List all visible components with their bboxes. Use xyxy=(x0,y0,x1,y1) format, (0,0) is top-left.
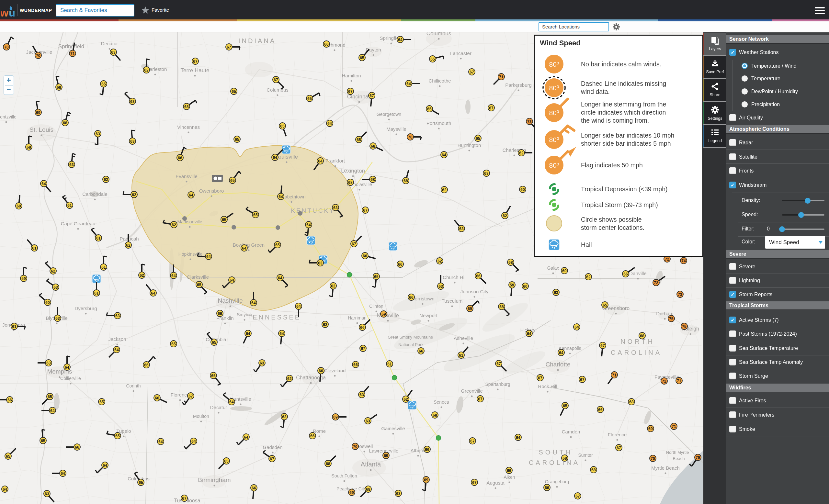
svg-text:66: 66 xyxy=(144,363,149,367)
svg-text:67: 67 xyxy=(182,496,186,501)
svg-text:80º: 80º xyxy=(549,61,559,68)
svg-text:KENTUCKY: KENTUCKY xyxy=(291,207,334,214)
svg-text:68: 68 xyxy=(371,144,375,149)
svg-text:Dyersburg: Dyersburg xyxy=(74,306,97,311)
svg-text:61: 61 xyxy=(12,324,16,329)
svg-text:Church Hill: Church Hill xyxy=(443,274,466,280)
svg-text:62: 62 xyxy=(586,275,591,279)
svg-text:Huntington: Huntington xyxy=(458,143,481,148)
svg-text:Spartanburg: Spartanburg xyxy=(485,382,510,387)
svg-text:64: 64 xyxy=(398,38,402,42)
svg-text:SOUTH: SOUTH xyxy=(539,449,573,456)
svg-text:67: 67 xyxy=(538,376,542,380)
svg-text:73: 73 xyxy=(527,119,532,124)
svg-text:70: 70 xyxy=(36,53,40,58)
svg-text:TENNESSEE: TENNESSEE xyxy=(247,314,301,321)
svg-text:Johnson City: Johnson City xyxy=(461,289,489,294)
svg-text:64: 64 xyxy=(171,274,176,278)
svg-text:70: 70 xyxy=(353,444,358,449)
svg-text:Cleveland: Cleveland xyxy=(324,368,346,373)
svg-text:64: 64 xyxy=(114,348,119,352)
svg-text:65: 65 xyxy=(41,439,45,443)
svg-text:67: 67 xyxy=(470,439,475,443)
svg-text:64: 64 xyxy=(103,463,107,468)
svg-text:68: 68 xyxy=(326,462,330,466)
svg-text:62: 62 xyxy=(140,273,144,278)
svg-text:North Myrtle: North Myrtle xyxy=(666,450,689,455)
svg-text:Decatur: Decatur xyxy=(101,41,118,46)
svg-text:68: 68 xyxy=(629,400,634,404)
svg-text:73: 73 xyxy=(678,292,682,297)
svg-text:68: 68 xyxy=(184,105,189,109)
svg-text:Columbus: Columbus xyxy=(266,87,289,92)
svg-text:63: 63 xyxy=(459,227,464,231)
svg-text:71: 71 xyxy=(677,379,681,383)
svg-text:64: 64 xyxy=(206,255,211,259)
svg-text:79: 79 xyxy=(695,456,700,460)
svg-text:64: 64 xyxy=(406,82,411,86)
svg-text:63: 63 xyxy=(111,50,116,55)
svg-text:62: 62 xyxy=(442,188,446,192)
svg-text:61: 61 xyxy=(96,236,101,240)
svg-text:66: 66 xyxy=(75,445,79,450)
svg-text:70: 70 xyxy=(651,456,655,461)
svg-text:Aiken: Aiken xyxy=(504,474,515,480)
svg-text:68: 68 xyxy=(563,456,567,461)
svg-text:Bowling Green: Bowling Green xyxy=(233,242,264,248)
svg-text:Parkersburg: Parkersburg xyxy=(505,82,532,88)
svg-text:66: 66 xyxy=(409,295,413,300)
svg-text:64: 64 xyxy=(251,301,256,305)
svg-text:69: 69 xyxy=(468,307,472,311)
svg-text:63: 63 xyxy=(96,132,100,136)
svg-text:65: 65 xyxy=(427,107,432,111)
svg-text:69: 69 xyxy=(350,491,354,495)
svg-text:75: 75 xyxy=(669,317,674,321)
svg-text:CAROLINA: CAROLINA xyxy=(529,459,580,466)
svg-text:68: 68 xyxy=(27,145,31,150)
svg-text:Portsmouth: Portsmouth xyxy=(427,120,452,126)
svg-text:68: 68 xyxy=(348,180,353,185)
svg-text:64: 64 xyxy=(318,159,323,163)
svg-text:65: 65 xyxy=(101,82,106,86)
svg-text:64: 64 xyxy=(191,439,196,444)
svg-text:65: 65 xyxy=(430,57,435,62)
svg-text:62: 62 xyxy=(287,377,292,381)
svg-text:Terre Haute: Terre Haute xyxy=(181,67,210,74)
svg-text:66: 66 xyxy=(324,42,329,47)
svg-text:66: 66 xyxy=(353,362,358,367)
svg-text:Georgetown: Georgetown xyxy=(376,112,401,117)
svg-text:66: 66 xyxy=(425,448,429,452)
svg-text:64: 64 xyxy=(242,246,246,250)
svg-text:64: 64 xyxy=(273,155,277,160)
svg-text:80º: 80º xyxy=(549,84,559,91)
svg-text:60: 60 xyxy=(520,187,525,192)
svg-text:63: 63 xyxy=(484,171,489,176)
svg-text:62: 62 xyxy=(519,151,524,155)
svg-text:69: 69 xyxy=(36,110,40,115)
svg-text:Rome: Rome xyxy=(313,428,326,434)
svg-text:Camden: Camden xyxy=(562,429,580,434)
svg-text:67: 67 xyxy=(361,346,365,351)
svg-text:67: 67 xyxy=(580,378,584,382)
svg-text:Collierville: Collierville xyxy=(60,376,81,381)
svg-text:Newport: Newport xyxy=(419,313,438,318)
svg-text:66: 66 xyxy=(363,254,367,258)
svg-text:67: 67 xyxy=(497,361,501,366)
svg-text:64: 64 xyxy=(574,325,579,329)
svg-text:Springfield: Springfield xyxy=(58,43,84,49)
svg-text:65: 65 xyxy=(211,374,216,378)
svg-text:64: 64 xyxy=(41,182,46,186)
svg-text:63: 63 xyxy=(130,139,135,144)
svg-text:64: 64 xyxy=(296,304,301,309)
svg-text:68: 68 xyxy=(403,179,408,183)
svg-text:66: 66 xyxy=(252,486,256,491)
svg-text:62: 62 xyxy=(144,68,149,73)
svg-text:66: 66 xyxy=(319,369,323,373)
svg-text:Harriman: Harriman xyxy=(348,315,367,320)
svg-text:67: 67 xyxy=(227,45,231,49)
svg-text:65: 65 xyxy=(603,303,607,308)
svg-text:65: 65 xyxy=(99,400,104,404)
svg-text:64: 64 xyxy=(50,409,55,413)
svg-text:65: 65 xyxy=(476,136,480,141)
svg-text:71: 71 xyxy=(612,373,617,378)
